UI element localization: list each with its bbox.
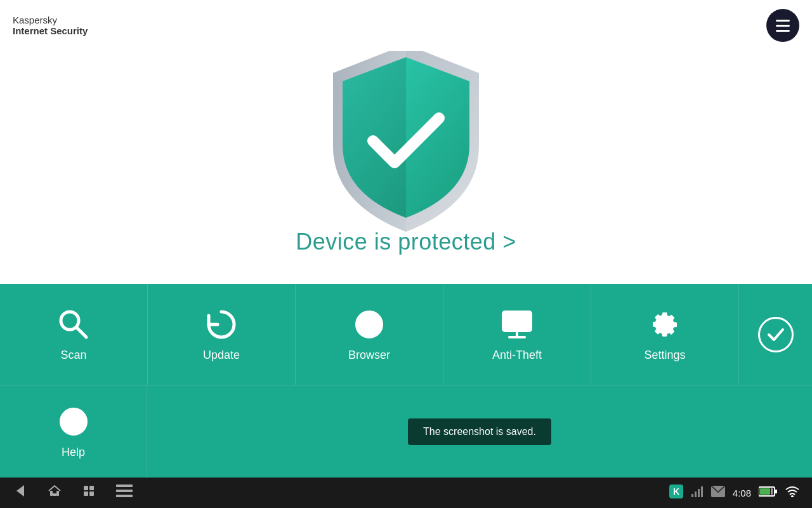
toast-message: The screenshot is saved. (408, 418, 551, 445)
gmail-icon (711, 486, 725, 500)
system-time: 4:08 (733, 488, 751, 498)
app-title-block: Kaspersky Internet Security (13, 15, 88, 36)
app-name: Kaspersky (13, 15, 88, 25)
help-circle-icon: ? (56, 404, 91, 439)
svg-rect-29 (701, 486, 703, 497)
android-nav-right: K 4:08 (669, 485, 799, 501)
bottom-area: Scan Update Bro (0, 284, 812, 478)
android-nav-left (13, 483, 133, 502)
svg-rect-28 (698, 489, 700, 497)
svg-rect-23 (116, 495, 133, 497)
svg-rect-26 (691, 494, 693, 497)
globe-icon (351, 307, 387, 342)
gear-icon (647, 307, 683, 342)
svg-marker-13 (16, 485, 24, 497)
nav-grid: Scan Update Bro (0, 284, 812, 385)
menu-button[interactable] (766, 9, 799, 42)
help-label: Help (62, 446, 85, 459)
app-subtitle: Internet Security (13, 25, 88, 36)
svg-rect-27 (695, 491, 697, 497)
svg-rect-17 (84, 486, 88, 490)
battery-icon (759, 486, 778, 500)
svg-rect-20 (89, 491, 94, 496)
wifi-icon (785, 486, 799, 500)
settings-label: Settings (644, 349, 685, 362)
svg-rect-15 (56, 491, 59, 496)
nav-item-scan[interactable]: Scan (0, 284, 148, 385)
grid-button[interactable] (115, 483, 133, 502)
nav-item-browser[interactable]: Browser (296, 284, 443, 385)
header: Kaspersky Internet Security (0, 0, 812, 51)
signal-icon (691, 485, 704, 500)
svg-line-1 (76, 327, 86, 337)
nav-item-help[interactable]: ? Help (0, 385, 147, 478)
kaspersky-status-icon: K (669, 485, 683, 501)
svg-rect-16 (53, 493, 56, 496)
nav-item-check[interactable] (739, 284, 812, 385)
svg-text:?: ? (69, 411, 79, 431)
home-button[interactable] (47, 483, 62, 502)
svg-rect-18 (89, 486, 94, 490)
shield-container (317, 38, 495, 241)
shield-icon (317, 38, 495, 241)
svg-rect-19 (84, 491, 88, 496)
android-nav-bar: K 4:08 (0, 478, 812, 508)
svg-rect-14 (50, 491, 53, 496)
status-text[interactable]: Device is protected > (0, 229, 812, 255)
screenshot-toast-area: The screenshot is saved. (147, 418, 812, 445)
scan-label: Scan (60, 349, 86, 362)
monitor-play-icon (499, 307, 535, 342)
check-circle-icon (758, 317, 794, 352)
svg-rect-33 (775, 490, 777, 493)
search-icon (56, 307, 91, 342)
svg-text:K: K (673, 486, 679, 497)
svg-rect-34 (771, 488, 773, 495)
svg-rect-32 (760, 488, 770, 495)
second-row: ? Help The screenshot is saved. (0, 385, 812, 478)
svg-rect-21 (116, 485, 133, 487)
svg-rect-22 (116, 490, 133, 492)
back-button[interactable] (13, 483, 28, 502)
nav-item-settings[interactable]: Settings (591, 284, 739, 385)
browser-label: Browser (348, 349, 390, 362)
nav-item-antitheft[interactable]: Anti-Theft (443, 284, 591, 385)
update-label: Update (203, 349, 240, 362)
svg-point-35 (791, 495, 794, 497)
recents-button[interactable] (81, 483, 96, 502)
hamburger-icon (776, 20, 790, 32)
refresh-icon (204, 307, 239, 342)
antitheft-label: Anti-Theft (492, 349, 542, 362)
nav-item-update[interactable]: Update (148, 284, 296, 385)
